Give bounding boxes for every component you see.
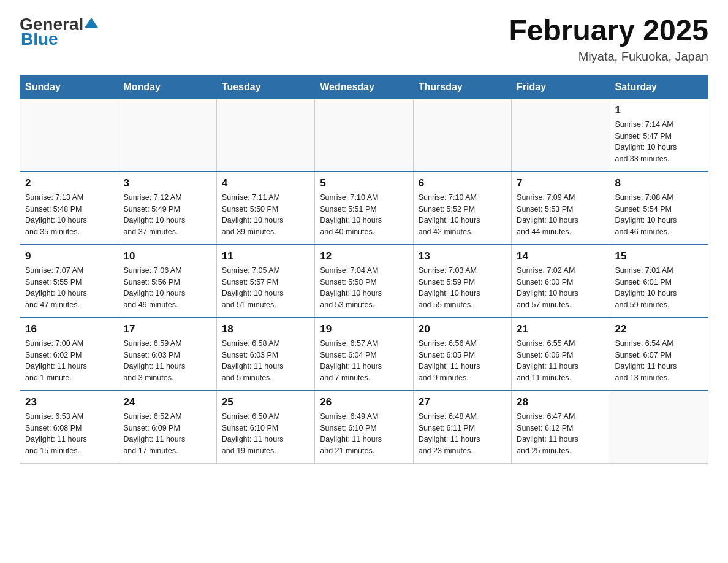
day-number: 7 — [517, 177, 604, 190]
day-info: Sunrise: 6:49 AMSunset: 6:10 PMDaylight:… — [320, 411, 408, 457]
day-number: 19 — [320, 323, 408, 335]
day-number: 8 — [615, 177, 703, 190]
logo-triangle-icon — [85, 18, 98, 28]
day-number: 15 — [615, 250, 703, 262]
calendar-day-cell: 24Sunrise: 6:52 AMSunset: 6:09 PMDayligh… — [118, 391, 216, 464]
calendar-day-cell — [610, 391, 708, 464]
day-info: Sunrise: 7:04 AMSunset: 5:58 PMDaylight:… — [320, 265, 408, 311]
calendar-day-cell — [20, 99, 118, 172]
day-number: 20 — [419, 323, 506, 335]
calendar-day-cell: 19Sunrise: 6:57 AMSunset: 6:04 PMDayligh… — [315, 318, 413, 391]
calendar-day-cell: 9Sunrise: 7:07 AMSunset: 5:55 PMDaylight… — [20, 245, 118, 318]
logo-blue-text: Blue — [21, 29, 58, 49]
calendar-week-row: 16Sunrise: 7:00 AMSunset: 6:02 PMDayligh… — [20, 318, 708, 391]
calendar-day-cell: 8Sunrise: 7:08 AMSunset: 5:54 PMDaylight… — [610, 172, 708, 245]
calendar-day-cell: 6Sunrise: 7:10 AMSunset: 5:52 PMDaylight… — [413, 172, 511, 245]
day-number: 16 — [25, 323, 113, 335]
day-info: Sunrise: 7:08 AMSunset: 5:54 PMDaylight:… — [615, 192, 703, 238]
day-info: Sunrise: 6:56 AMSunset: 6:05 PMDaylight:… — [419, 338, 506, 384]
calendar-week-row: 2Sunrise: 7:13 AMSunset: 5:48 PMDaylight… — [20, 172, 708, 245]
day-info: Sunrise: 6:57 AMSunset: 6:04 PMDaylight:… — [320, 338, 408, 384]
day-info: Sunrise: 7:10 AMSunset: 5:52 PMDaylight:… — [419, 192, 506, 238]
day-header-sunday: Sunday — [20, 75, 118, 99]
calendar-day-cell: 25Sunrise: 6:50 AMSunset: 6:10 PMDayligh… — [216, 391, 314, 464]
calendar-day-cell: 17Sunrise: 6:59 AMSunset: 6:03 PMDayligh… — [118, 318, 216, 391]
calendar-day-cell: 10Sunrise: 7:06 AMSunset: 5:56 PMDayligh… — [118, 245, 216, 318]
day-info: Sunrise: 6:55 AMSunset: 6:06 PMDaylight:… — [517, 338, 604, 384]
day-info: Sunrise: 6:52 AMSunset: 6:09 PMDaylight:… — [123, 411, 211, 457]
logo: General Blue — [20, 15, 98, 49]
day-number: 3 — [123, 177, 211, 190]
calendar-day-cell: 21Sunrise: 6:55 AMSunset: 6:06 PMDayligh… — [512, 318, 610, 391]
day-number: 4 — [222, 177, 309, 190]
day-header-monday: Monday — [118, 75, 216, 99]
day-header-thursday: Thursday — [413, 75, 511, 99]
day-number: 23 — [25, 396, 113, 408]
calendar-day-cell: 13Sunrise: 7:03 AMSunset: 5:59 PMDayligh… — [413, 245, 511, 318]
calendar-day-cell — [118, 99, 216, 172]
calendar-day-cell: 5Sunrise: 7:10 AMSunset: 5:51 PMDaylight… — [315, 172, 413, 245]
day-number: 26 — [320, 396, 408, 408]
calendar-day-cell: 4Sunrise: 7:11 AMSunset: 5:50 PMDaylight… — [216, 172, 314, 245]
calendar-day-cell: 18Sunrise: 6:58 AMSunset: 6:03 PMDayligh… — [216, 318, 314, 391]
day-number: 28 — [517, 396, 604, 408]
calendar-day-cell: 20Sunrise: 6:56 AMSunset: 6:05 PMDayligh… — [413, 318, 511, 391]
calendar-day-cell: 26Sunrise: 6:49 AMSunset: 6:10 PMDayligh… — [315, 391, 413, 464]
calendar-header-row: SundayMondayTuesdayWednesdayThursdayFrid… — [20, 75, 708, 99]
calendar-day-cell: 1Sunrise: 7:14 AMSunset: 5:47 PMDaylight… — [610, 99, 708, 172]
day-info: Sunrise: 6:53 AMSunset: 6:08 PMDaylight:… — [25, 411, 113, 457]
calendar-day-cell — [512, 99, 610, 172]
calendar-day-cell: 15Sunrise: 7:01 AMSunset: 6:01 PMDayligh… — [610, 245, 708, 318]
day-number: 9 — [25, 250, 113, 262]
day-info: Sunrise: 7:02 AMSunset: 6:00 PMDaylight:… — [517, 265, 604, 311]
calendar-day-cell: 2Sunrise: 7:13 AMSunset: 5:48 PMDaylight… — [20, 172, 118, 245]
day-header-saturday: Saturday — [610, 75, 708, 99]
day-info: Sunrise: 6:50 AMSunset: 6:10 PMDaylight:… — [222, 411, 309, 457]
day-number: 22 — [615, 323, 703, 335]
calendar-subtitle: Miyata, Fukuoka, Japan — [509, 50, 708, 64]
calendar-table: SundayMondayTuesdayWednesdayThursdayFrid… — [20, 75, 708, 464]
day-info: Sunrise: 7:10 AMSunset: 5:51 PMDaylight:… — [320, 192, 408, 238]
day-info: Sunrise: 7:09 AMSunset: 5:53 PMDaylight:… — [517, 192, 604, 238]
day-number: 14 — [517, 250, 604, 262]
title-block: February 2025 Miyata, Fukuoka, Japan — [509, 15, 708, 64]
calendar-day-cell: 12Sunrise: 7:04 AMSunset: 5:58 PMDayligh… — [315, 245, 413, 318]
calendar-day-cell: 22Sunrise: 6:54 AMSunset: 6:07 PMDayligh… — [610, 318, 708, 391]
calendar-day-cell: 16Sunrise: 7:00 AMSunset: 6:02 PMDayligh… — [20, 318, 118, 391]
day-number: 24 — [123, 396, 211, 408]
day-number: 13 — [419, 250, 506, 262]
day-info: Sunrise: 7:07 AMSunset: 5:55 PMDaylight:… — [25, 265, 113, 311]
day-info: Sunrise: 7:05 AMSunset: 5:57 PMDaylight:… — [222, 265, 309, 311]
day-info: Sunrise: 6:47 AMSunset: 6:12 PMDaylight:… — [517, 411, 604, 457]
day-number: 10 — [123, 250, 211, 262]
calendar-day-cell: 14Sunrise: 7:02 AMSunset: 6:00 PMDayligh… — [512, 245, 610, 318]
day-number: 27 — [419, 396, 506, 408]
day-info: Sunrise: 7:06 AMSunset: 5:56 PMDaylight:… — [123, 265, 211, 311]
day-number: 21 — [517, 323, 604, 335]
calendar-week-row: 23Sunrise: 6:53 AMSunset: 6:08 PMDayligh… — [20, 391, 708, 464]
calendar-day-cell: 28Sunrise: 6:47 AMSunset: 6:12 PMDayligh… — [512, 391, 610, 464]
calendar-day-cell — [216, 99, 314, 172]
day-info: Sunrise: 6:59 AMSunset: 6:03 PMDaylight:… — [123, 338, 211, 384]
day-header-wednesday: Wednesday — [315, 75, 413, 99]
day-number: 6 — [419, 177, 506, 190]
day-info: Sunrise: 6:58 AMSunset: 6:03 PMDaylight:… — [222, 338, 309, 384]
calendar-day-cell: 3Sunrise: 7:12 AMSunset: 5:49 PMDaylight… — [118, 172, 216, 245]
day-number: 17 — [123, 323, 211, 335]
day-number: 18 — [222, 323, 309, 335]
day-number: 11 — [222, 250, 309, 262]
calendar-day-cell — [315, 99, 413, 172]
day-info: Sunrise: 7:00 AMSunset: 6:02 PMDaylight:… — [25, 338, 113, 384]
day-info: Sunrise: 7:11 AMSunset: 5:50 PMDaylight:… — [222, 192, 309, 238]
day-info: Sunrise: 7:12 AMSunset: 5:49 PMDaylight:… — [123, 192, 211, 238]
day-info: Sunrise: 6:48 AMSunset: 6:11 PMDaylight:… — [419, 411, 506, 457]
calendar-day-cell: 23Sunrise: 6:53 AMSunset: 6:08 PMDayligh… — [20, 391, 118, 464]
calendar-week-row: 1Sunrise: 7:14 AMSunset: 5:47 PMDaylight… — [20, 99, 708, 172]
day-info: Sunrise: 7:01 AMSunset: 6:01 PMDaylight:… — [615, 265, 703, 311]
calendar-day-cell: 7Sunrise: 7:09 AMSunset: 5:53 PMDaylight… — [512, 172, 610, 245]
calendar-day-cell: 27Sunrise: 6:48 AMSunset: 6:11 PMDayligh… — [413, 391, 511, 464]
page-header: General Blue February 2025 Miyata, Fukuo… — [20, 15, 708, 64]
calendar-day-cell: 11Sunrise: 7:05 AMSunset: 5:57 PMDayligh… — [216, 245, 314, 318]
calendar-day-cell — [413, 99, 511, 172]
day-header-tuesday: Tuesday — [216, 75, 314, 99]
